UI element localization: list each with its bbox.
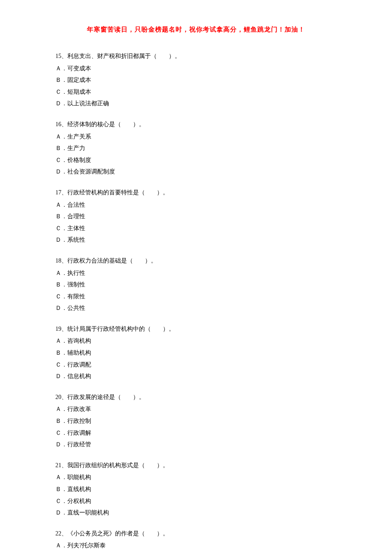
question-text: 15、利息支出、财产税和折旧都属于（ ）。: [55, 51, 337, 62]
question-text: 19、统计局属于行政经管机构中的（ ）。: [55, 324, 337, 335]
question-block: 19、统计局属于行政经管机构中的（ ）。Ａ．咨询机构Ｂ．辅助机构Ｃ．行政调配Ｄ．…: [55, 324, 337, 382]
question-option: Ｃ．行政调配: [55, 359, 337, 371]
question-option: Ａ．列夫?托尔斯泰: [55, 540, 337, 552]
question-block: 18、行政权力合法的基础是（ ）。Ａ．执行性Ｂ．强制性Ｃ．有限性Ｄ．公共性: [55, 255, 337, 314]
question-block: 20、行政发展的途径是（ ）。Ａ．行政改革Ｂ．行政控制Ｃ．行政调解Ｄ．行政经管: [55, 392, 337, 451]
question-option: Ａ．咨询机构: [55, 335, 337, 347]
question-option: Ｂ．生产力: [55, 143, 337, 154]
question-option: Ｂ．辅助机构: [55, 347, 337, 359]
question-text: 17、行政经管机构的首要特性是（ ）。: [55, 187, 337, 199]
question-text: 22、《小公务员之死》的作者是（ ）。: [55, 528, 337, 540]
question-option: Ｄ．公共性: [55, 303, 337, 314]
question-option: Ｃ．短期成本: [55, 87, 337, 98]
question-option: Ｄ．社会资源调配制度: [55, 166, 337, 178]
question-option: Ｄ．以上说法都正确: [55, 98, 337, 110]
question-text: 16、经济体制的核心是（ ）。: [55, 119, 337, 130]
question-option: Ｃ．主体性: [55, 223, 337, 234]
question-option: Ｂ．固定成本: [55, 75, 337, 86]
question-option: Ａ．职能机构: [55, 472, 337, 483]
question-option: Ａ．行政改革: [55, 404, 337, 415]
question-option: Ｄ．信息机构: [55, 371, 337, 382]
question-option: Ａ．可变成本: [55, 63, 337, 75]
question-block: 15、利息支出、财产税和折旧都属于（ ）。Ａ．可变成本Ｂ．固定成本Ｃ．短期成本Ｄ…: [55, 51, 337, 110]
question-option: Ｃ．有限性: [55, 291, 337, 303]
question-option: Ｄ．行政经管: [55, 439, 337, 451]
question-option: Ｃ．价格制度: [55, 155, 337, 166]
question-block: 21、我国行政组织的机构形式是（ ）。Ａ．职能机构Ｂ．直线机构Ｃ．分权机构Ｄ．直…: [55, 460, 337, 519]
question-option: Ｃ．行政调解: [55, 428, 337, 439]
question-option: Ｂ．直线机构: [55, 484, 337, 495]
question-option: Ｂ．强制性: [55, 279, 337, 291]
question-option: Ａ．合法性: [55, 199, 337, 211]
question-option: Ｃ．分权机构: [55, 496, 337, 507]
question-option: Ａ．执行性: [55, 268, 337, 279]
question-option: Ｂ．行政控制: [55, 416, 337, 427]
question-block: 17、行政经管机构的首要特性是（ ）。Ａ．合法性Ｂ．合理性Ｃ．主体性Ｄ．系统性: [55, 187, 337, 246]
questions-container: 15、利息支出、财产税和折旧都属于（ ）。Ａ．可变成本Ｂ．固定成本Ｃ．短期成本Ｄ…: [55, 51, 337, 552]
question-option: Ｄ．系统性: [55, 234, 337, 246]
question-text: 20、行政发展的途径是（ ）。: [55, 392, 337, 403]
question-block: 22、《小公务员之死》的作者是（ ）。Ａ．列夫?托尔斯泰: [55, 528, 337, 552]
question-option: Ａ．生产关系: [55, 131, 337, 143]
question-block: 16、经济体制的核心是（ ）。Ａ．生产关系Ｂ．生产力Ｃ．价格制度Ｄ．社会资源调配…: [55, 119, 337, 178]
page-header: 年寒窗苦读日，只盼金榜题名时，祝你考试拿高分，鲤鱼跳龙门！加油！: [55, 26, 337, 34]
question-option: Ｄ．直线一职能机构: [55, 507, 337, 519]
question-text: 21、我国行政组织的机构形式是（ ）。: [55, 460, 337, 471]
question-text: 18、行政权力合法的基础是（ ）。: [55, 255, 337, 267]
question-option: Ｂ．合理性: [55, 211, 337, 223]
